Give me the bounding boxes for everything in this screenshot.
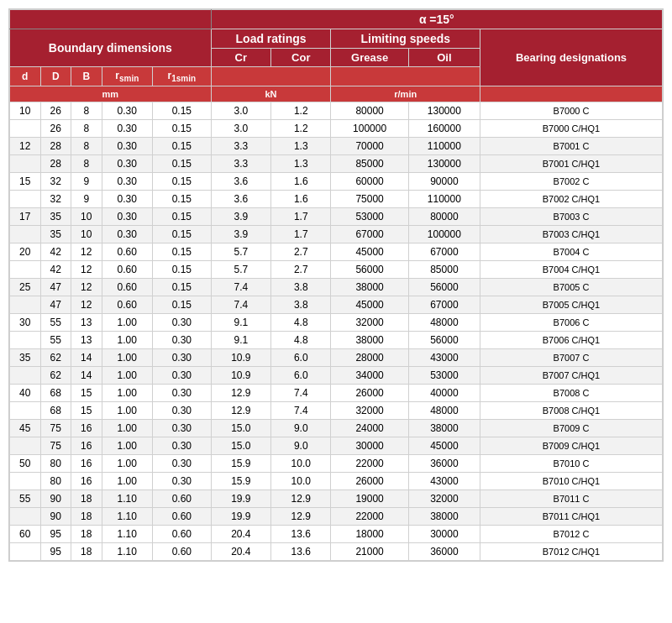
bearing-cell: B7008 C/HQ1 <box>480 402 663 420</box>
bearing-header: Bearing designations <box>480 29 663 86</box>
bearing-cell: B7012 C <box>480 526 663 543</box>
D-cell: 26 <box>40 102 71 120</box>
Cr-cell: 3.6 <box>211 191 270 208</box>
D-cell: 75 <box>40 437 71 455</box>
B-cell: 14 <box>71 367 102 385</box>
Grease-cell: 38000 <box>331 279 408 296</box>
rsmin-cell: 1.10 <box>102 526 152 543</box>
B-cell: 14 <box>71 349 102 367</box>
bearing-cell: B7006 C <box>480 314 663 332</box>
bearing-cell: B7000 C/HQ1 <box>480 120 663 138</box>
Cr-cell: 5.7 <box>211 243 270 261</box>
d-cell: 20 <box>10 243 41 261</box>
Oil-cell: 48000 <box>408 402 480 420</box>
kn-unit-label: kN <box>211 86 331 102</box>
Oil-cell: 130000 <box>408 155 480 173</box>
d-cell <box>10 402 41 420</box>
d-cell: 40 <box>10 385 41 402</box>
rsmin-cell: 1.00 <box>102 420 152 437</box>
Cor-cell: 4.8 <box>271 332 331 349</box>
D-cell: 55 <box>40 314 71 332</box>
bearing-cell: B7007 C/HQ1 <box>480 367 663 385</box>
B-cell: 12 <box>71 243 102 261</box>
rsmin-cell: 0.30 <box>102 120 152 138</box>
grease-col-header: Grease <box>331 49 408 67</box>
d-cell: 60 <box>10 526 41 543</box>
d-col-header: d <box>10 67 41 86</box>
D-col-header: D <box>40 67 71 86</box>
Grease-cell: 45000 <box>331 296 408 314</box>
Cr-cell: 3.6 <box>211 173 270 191</box>
B-cell: 18 <box>71 543 102 561</box>
Oil-cell: 43000 <box>408 349 480 367</box>
Oil-cell: 160000 <box>408 120 480 138</box>
Oil-cell: 67000 <box>408 296 480 314</box>
bearing-table: α =15° Boundary dimensions Load ratings … <box>8 8 664 562</box>
Oil-cell: 43000 <box>408 473 480 490</box>
bearing-cell: B7004 C <box>480 243 663 261</box>
oil-col-header: Oil <box>408 49 480 67</box>
d-cell <box>10 120 41 138</box>
Cr-cell: 3.3 <box>211 138 270 155</box>
d-cell: 15 <box>10 173 41 191</box>
Oil-cell: 90000 <box>408 173 480 191</box>
Cor-cell: 13.6 <box>271 543 331 561</box>
D-cell: 62 <box>40 367 71 385</box>
bearing-cell: B7010 C <box>480 455 663 473</box>
Grease-cell: 19000 <box>331 490 408 508</box>
B-cell: 18 <box>71 490 102 508</box>
r1smin-cell: 0.15 <box>153 120 212 138</box>
Grease-cell: 85000 <box>331 155 408 173</box>
bearing-cell: B7002 C <box>480 173 663 191</box>
Grease-cell: 75000 <box>331 191 408 208</box>
d-cell: 12 <box>10 138 41 155</box>
bearing-cell: B7000 C <box>480 102 663 120</box>
Grease-cell: 60000 <box>331 173 408 191</box>
r1smin-cell: 0.15 <box>153 226 212 243</box>
B-cell: 8 <box>71 138 102 155</box>
rsmin-cell: 0.30 <box>102 173 152 191</box>
r1smin-cell: 0.30 <box>153 437 212 455</box>
Grease-cell: 32000 <box>331 402 408 420</box>
r1smin-cell: 0.60 <box>153 526 212 543</box>
B-cell: 10 <box>71 208 102 226</box>
r1smin-cell: 0.30 <box>153 314 212 332</box>
rsmin-cell: 1.00 <box>102 402 152 420</box>
Oil-cell: 36000 <box>408 543 480 561</box>
Cor-cell: 3.8 <box>271 279 331 296</box>
bearing-cell: B7008 C <box>480 385 663 402</box>
Oil-cell: 38000 <box>408 420 480 437</box>
rsmin-cell: 1.00 <box>102 473 152 490</box>
Oil-cell: 100000 <box>408 226 480 243</box>
B-cell: 12 <box>71 279 102 296</box>
D-cell: 68 <box>40 402 71 420</box>
Grease-cell: 53000 <box>331 208 408 226</box>
bearing-cell: B7010 C/HQ1 <box>480 473 663 490</box>
cr-col-header: Cr <box>211 49 270 67</box>
r1smin-cell: 0.15 <box>153 138 212 155</box>
D-cell: 32 <box>40 191 71 208</box>
Grease-cell: 34000 <box>331 367 408 385</box>
Oil-cell: 67000 <box>408 243 480 261</box>
Oil-cell: 45000 <box>408 437 480 455</box>
bearing-cell: B7009 C <box>480 420 663 437</box>
bearing-cell: B7012 C/HQ1 <box>480 543 663 561</box>
rsmin-cell: 0.30 <box>102 102 152 120</box>
bearing-cell: B7007 C <box>480 349 663 367</box>
Oil-cell: 38000 <box>408 508 480 526</box>
D-cell: 42 <box>40 261 71 279</box>
load-header: Load ratings <box>211 29 331 49</box>
D-cell: 62 <box>40 349 71 367</box>
cor-col-header: Cor <box>271 49 331 67</box>
Cr-cell: 10.9 <box>211 367 270 385</box>
rsmin-cell: 0.30 <box>102 226 152 243</box>
D-cell: 55 <box>40 332 71 349</box>
r1smin-cell: 0.30 <box>153 385 212 402</box>
Oil-cell: 32000 <box>408 490 480 508</box>
alpha-header: α =15° <box>211 10 662 29</box>
Cor-cell: 7.4 <box>271 402 331 420</box>
B-cell: 9 <box>71 191 102 208</box>
D-cell: 28 <box>40 155 71 173</box>
rsmin-cell: 1.00 <box>102 314 152 332</box>
Cor-cell: 12.9 <box>271 508 331 526</box>
